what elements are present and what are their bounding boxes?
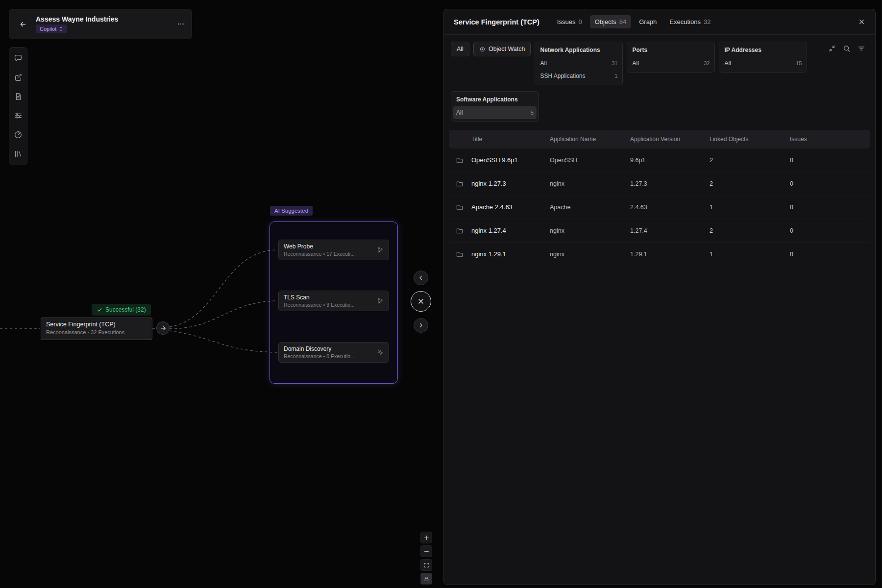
chat-icon bbox=[14, 54, 23, 63]
filter-option[interactable]: All 15 bbox=[719, 57, 807, 70]
filter-option-label: All bbox=[632, 60, 638, 67]
cell-application-version: 1.27.3 bbox=[630, 180, 710, 187]
cell-application-name: nginx bbox=[550, 180, 630, 187]
filter-option[interactable]: SSH Applications 1 bbox=[535, 70, 622, 82]
node-subtitle: Reconnaissance · 32 Executions bbox=[46, 329, 147, 335]
status-badge: Successful (32) bbox=[92, 304, 151, 316]
search-button[interactable] bbox=[843, 45, 851, 52]
filter-section: All Object Watch Network Applications Al… bbox=[444, 35, 875, 122]
filter-all-label: All bbox=[457, 46, 464, 52]
filter-lines-icon bbox=[858, 45, 865, 52]
node-title: Service Fingerprint (TCP) bbox=[46, 321, 147, 328]
arrow-left-icon bbox=[19, 20, 27, 28]
folder-icon bbox=[456, 156, 464, 164]
prev-suggestion-button[interactable] bbox=[414, 270, 428, 285]
table-row[interactable]: Apache 2.4.63 Apache 2.4.63 1 0 bbox=[449, 196, 870, 219]
column-title: Title bbox=[471, 136, 550, 143]
sliders-icon bbox=[14, 111, 23, 120]
annotate-button[interactable] bbox=[13, 73, 23, 82]
cell-application-name: nginx bbox=[550, 251, 630, 258]
search-icon bbox=[843, 45, 851, 52]
document-icon bbox=[14, 92, 23, 101]
plus-icon bbox=[423, 535, 430, 541]
tab-count: 84 bbox=[619, 18, 626, 25]
git-branch-icon bbox=[377, 297, 384, 304]
fit-screen-icon bbox=[423, 562, 430, 568]
back-button[interactable] bbox=[9, 9, 36, 39]
target-icon bbox=[479, 46, 486, 52]
settings-sliders-button[interactable] bbox=[13, 111, 23, 121]
workspace-header: Assess Wayne Industries Copilot bbox=[9, 9, 192, 39]
object-watch-button[interactable]: Object Watch bbox=[473, 42, 531, 56]
cell-linked-objects: 2 bbox=[710, 180, 790, 187]
close-icon bbox=[858, 18, 865, 25]
suggested-node-title: TLS Scan bbox=[284, 294, 355, 301]
suggested-node-subtitle: Reconnaissance • 0 Executio... bbox=[284, 353, 355, 359]
zoom-controls bbox=[420, 532, 432, 585]
cell-title: Apache 2.4.63 bbox=[471, 203, 550, 211]
document-button[interactable] bbox=[13, 92, 23, 101]
folder-icon bbox=[456, 250, 464, 258]
column-application-name: Application Name bbox=[550, 136, 630, 143]
filter-all-button[interactable]: All bbox=[451, 42, 469, 56]
filter-option-count: 5 bbox=[531, 110, 534, 116]
collapse-button[interactable] bbox=[828, 45, 836, 52]
tab-objects[interactable]: Objects 84 bbox=[590, 15, 632, 28]
suggested-node-domain-discovery[interactable]: Domain Discovery Reconnaissance • 0 Exec… bbox=[278, 342, 389, 363]
filter-option-label: SSH Applications bbox=[540, 73, 585, 79]
tab-executions[interactable]: Executions 32 bbox=[664, 15, 715, 28]
table-row[interactable]: nginx 1.29.1 nginx 1.29.1 1 0 bbox=[449, 243, 870, 266]
column-issues: Issues bbox=[790, 136, 870, 143]
edit-icon bbox=[14, 73, 23, 82]
next-suggestion-button[interactable] bbox=[414, 318, 428, 333]
tab-graph[interactable]: Graph bbox=[634, 15, 662, 28]
panel-title: Service Fingerprint (TCP) bbox=[454, 18, 539, 26]
tab-issues[interactable]: Issues 0 bbox=[552, 15, 587, 28]
cell-issues: 0 bbox=[790, 227, 870, 234]
filter-option[interactable]: All 32 bbox=[627, 57, 714, 70]
cell-issues: 0 bbox=[790, 251, 870, 258]
node-service-fingerprint[interactable]: Service Fingerprint (TCP) Reconnaissance… bbox=[41, 318, 152, 340]
library-button[interactable] bbox=[13, 149, 23, 159]
suggested-node-title: Domain Discovery bbox=[284, 345, 355, 352]
table-row[interactable]: nginx 1.27.4 nginx 1.27.4 2 0 bbox=[449, 219, 870, 243]
workspace-menu-button[interactable] bbox=[177, 20, 185, 28]
filter-option[interactable]: All 31 bbox=[535, 57, 622, 70]
dismiss-suggestions-button[interactable] bbox=[411, 291, 431, 312]
zoom-in-button[interactable] bbox=[420, 532, 432, 543]
panel-close-button[interactable] bbox=[858, 18, 865, 25]
check-icon bbox=[97, 307, 102, 313]
detail-panel: Service Fingerprint (TCP) Issues 0 Objec… bbox=[443, 9, 876, 585]
suggested-node-title: Web Probe bbox=[284, 243, 355, 250]
table-row[interactable]: OpenSSH 9.6p1 OpenSSH 9.6p1 2 0 bbox=[449, 148, 870, 172]
filter-option-selected[interactable]: All 5 bbox=[453, 106, 537, 119]
cell-application-version: 9.6p1 bbox=[630, 157, 710, 164]
lock-canvas-button[interactable] bbox=[420, 573, 432, 585]
collapse-icon bbox=[828, 45, 836, 52]
tab-count: 0 bbox=[578, 18, 582, 25]
copilot-selector[interactable]: Copilot bbox=[36, 24, 67, 33]
expand-node-button[interactable] bbox=[156, 321, 170, 335]
suggested-node-tls-scan[interactable]: TLS Scan Reconnaissance • 3 Executio... bbox=[278, 291, 389, 311]
filter-card-network-applications: Network Applications All 31 SSH Applicat… bbox=[535, 42, 623, 85]
gauge-button[interactable] bbox=[13, 130, 23, 140]
close-icon bbox=[417, 297, 425, 305]
column-linked-objects: Linked Objects bbox=[710, 136, 790, 143]
cell-application-name: Apache bbox=[550, 204, 630, 211]
filter-card-title: Ports bbox=[632, 47, 710, 53]
filter-option-label: All bbox=[540, 60, 546, 67]
fit-view-button[interactable] bbox=[420, 559, 432, 571]
filter-card-title: Network Applications bbox=[540, 47, 617, 53]
tab-label: Graph bbox=[639, 18, 657, 25]
lock-icon bbox=[423, 576, 430, 582]
folder-icon bbox=[456, 227, 464, 235]
suggested-node-web-probe[interactable]: Web Probe Reconnaissance • 17 Executi... bbox=[278, 240, 389, 260]
filter-option-count: 31 bbox=[612, 60, 617, 66]
table-row[interactable]: nginx 1.27.3 nginx 1.27.3 2 0 bbox=[449, 172, 870, 196]
filter-button[interactable] bbox=[858, 45, 865, 52]
comments-button[interactable] bbox=[13, 53, 23, 63]
zoom-out-button[interactable] bbox=[420, 545, 432, 557]
cell-issues: 0 bbox=[790, 204, 870, 211]
gear-icon bbox=[377, 349, 384, 356]
cell-linked-objects: 1 bbox=[710, 251, 790, 258]
